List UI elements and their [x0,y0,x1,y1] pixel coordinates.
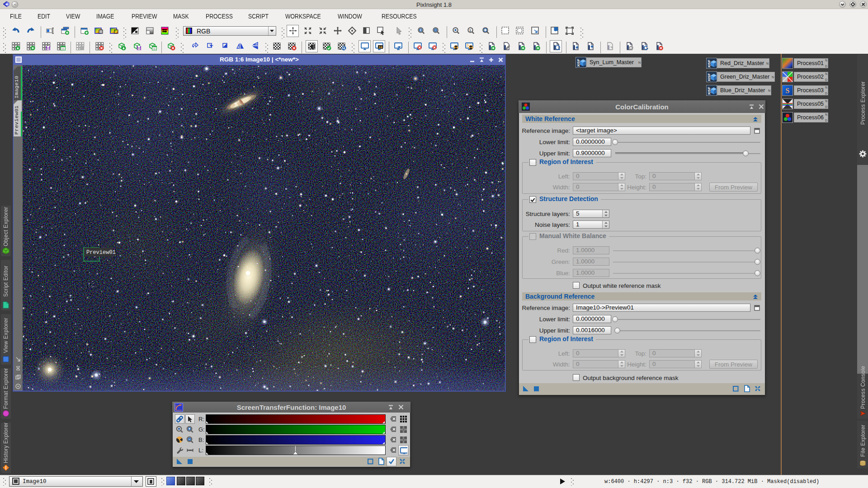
svg-text:Preview01: Preview01 [86,249,116,256]
svg-text:XISF: XISF [707,87,711,95]
svg-text:1: 1 [469,29,471,32]
svg-text:24: 24 [378,45,382,49]
svg-text:XISF: XISF [707,60,711,68]
svg-text:S: S [786,87,790,94]
svg-text:XISF: XISF [576,59,580,67]
svg-text:XISF: XISF [707,73,711,81]
